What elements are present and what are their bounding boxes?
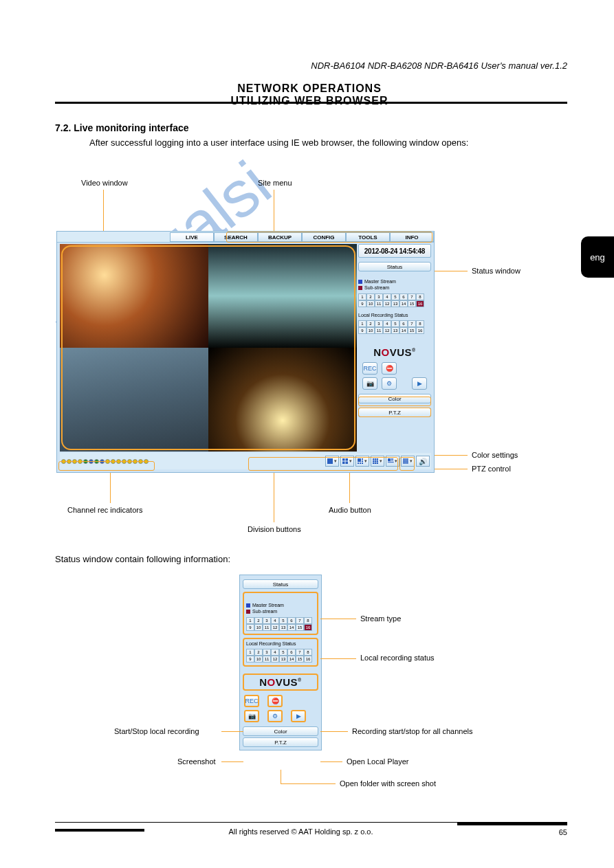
ch[interactable]: 4: [271, 617, 279, 624]
rule-top: [55, 102, 567, 104]
video-tile-4[interactable]: [208, 348, 357, 452]
callout-video-window: Video window: [81, 179, 128, 187]
ch[interactable]: 2: [254, 649, 263, 656]
stop-local-rec-button[interactable]: ⛔: [267, 695, 283, 707]
ch[interactable]: 1: [358, 293, 366, 300]
open-folder-button[interactable]: ⚙︎: [382, 377, 397, 390]
rec-all-button[interactable]: REC: [244, 695, 259, 707]
ch[interactable]: 14: [287, 624, 296, 631]
screenshot-button[interactable]: 📷: [244, 710, 259, 722]
audio-button[interactable]: 🔊: [416, 456, 430, 467]
legend-sub: Sub-stream: [252, 609, 277, 614]
rec-all-button[interactable]: REC: [362, 362, 377, 375]
ch[interactable]: 16: [416, 327, 424, 334]
ch[interactable]: 1: [246, 617, 254, 624]
callout-status-window: Status window: [472, 267, 520, 275]
local-rec-status-label: Local Recording Status: [246, 641, 315, 646]
ch[interactable]: 4: [383, 320, 391, 327]
ch[interactable]: 15: [296, 656, 304, 663]
ch[interactable]: 13: [391, 327, 399, 334]
legend-sub: Sub-stream: [364, 285, 389, 290]
ch[interactable]: 9: [358, 300, 366, 307]
ch[interactable]: 11: [375, 327, 383, 334]
ch[interactable]: 1: [358, 320, 366, 327]
clock: 2012-08-24 14:54:48: [358, 244, 431, 258]
video-tile-1[interactable]: [60, 244, 208, 348]
highlight-site-menu: [226, 232, 432, 243]
status-panel-btn[interactable]: Status: [243, 579, 318, 589]
ch[interactable]: 2: [254, 617, 263, 624]
ch[interactable]: 10: [366, 327, 375, 334]
ch[interactable]: 9: [246, 656, 254, 663]
ch[interactable]: 13: [279, 624, 287, 631]
ch[interactable]: 16: [304, 656, 312, 663]
ptz-panel-btn[interactable]: P.T.Z: [243, 737, 318, 747]
ch[interactable]: 6: [287, 617, 296, 624]
ch[interactable]: 10: [254, 656, 263, 663]
screenshot-button[interactable]: 📷: [362, 377, 377, 390]
ch[interactable]: 6: [399, 320, 408, 327]
ch[interactable]: 8: [416, 293, 424, 300]
ch[interactable]: 3: [263, 617, 271, 624]
leader: [281, 770, 281, 783]
ch[interactable]: 8: [416, 320, 424, 327]
ch[interactable]: 5: [279, 617, 287, 624]
video-grid: [60, 244, 357, 452]
ch[interactable]: 16: [416, 300, 424, 307]
ch[interactable]: 9: [358, 327, 366, 334]
ch[interactable]: 15: [296, 624, 304, 631]
ch[interactable]: 2: [366, 293, 375, 300]
ch[interactable]: 12: [383, 300, 391, 307]
video-tile-2[interactable]: [208, 244, 357, 348]
ch[interactable]: 7: [296, 649, 304, 656]
ch[interactable]: 5: [391, 293, 399, 300]
callout-audio-button: Audio button: [329, 506, 371, 514]
stop-local-rec-button[interactable]: ⛔: [382, 362, 397, 375]
status-panel-btn[interactable]: Status: [358, 262, 431, 271]
ch[interactable]: 7: [408, 320, 416, 327]
ch[interactable]: 12: [271, 656, 279, 663]
ch[interactable]: 10: [254, 624, 263, 631]
local-player-button[interactable]: ▶: [412, 377, 427, 390]
ch[interactable]: 8: [304, 649, 312, 656]
ch[interactable]: 12: [271, 624, 279, 631]
color-panel-btn[interactable]: Color: [243, 726, 318, 736]
ch[interactable]: 11: [375, 300, 383, 307]
ch[interactable]: 13: [279, 656, 287, 663]
ch[interactable]: 3: [375, 320, 383, 327]
ch[interactable]: 14: [287, 656, 296, 663]
ch[interactable]: 13: [391, 300, 399, 307]
ch[interactable]: 4: [271, 649, 279, 656]
ch[interactable]: 6: [287, 649, 296, 656]
callout-rec-all: Recording start/stop for all channels: [352, 727, 524, 735]
open-folder-button[interactable]: ⚙︎: [267, 710, 283, 722]
brand-logo: NOVUS®: [243, 674, 318, 691]
ch[interactable]: 6: [399, 293, 408, 300]
highlight-division-buttons: [248, 457, 398, 471]
stream-type-block: Master Stream Sub-stream 1 2 3 4 5 6 7 8…: [243, 592, 318, 635]
ch[interactable]: 14: [399, 327, 408, 334]
ch[interactable]: 12: [383, 327, 391, 334]
ch[interactable]: 10: [366, 300, 375, 307]
ch[interactable]: 2: [366, 320, 375, 327]
ch[interactable]: 4: [383, 293, 391, 300]
ch[interactable]: 8: [304, 617, 312, 624]
ch[interactable]: 16: [304, 624, 312, 631]
ch[interactable]: 3: [375, 293, 383, 300]
ch[interactable]: 7: [296, 617, 304, 624]
ch[interactable]: 15: [408, 327, 416, 334]
video-tile-3[interactable]: [60, 348, 208, 452]
ch[interactable]: 3: [263, 649, 271, 656]
ch[interactable]: 7: [408, 293, 416, 300]
ch[interactable]: 5: [391, 320, 399, 327]
ch[interactable]: 9: [246, 624, 254, 631]
ch[interactable]: 11: [263, 656, 271, 663]
ch[interactable]: 14: [399, 300, 408, 307]
ch[interactable]: 5: [279, 649, 287, 656]
ch[interactable]: 15: [408, 300, 416, 307]
ch[interactable]: 11: [263, 624, 271, 631]
ch[interactable]: 1: [246, 649, 254, 656]
tab-live[interactable]: LIVE: [170, 232, 214, 242]
local-player-button[interactable]: ▶: [291, 710, 306, 722]
footer-copyright: All rights reserved © AAT Holding sp. z …: [228, 827, 373, 836]
